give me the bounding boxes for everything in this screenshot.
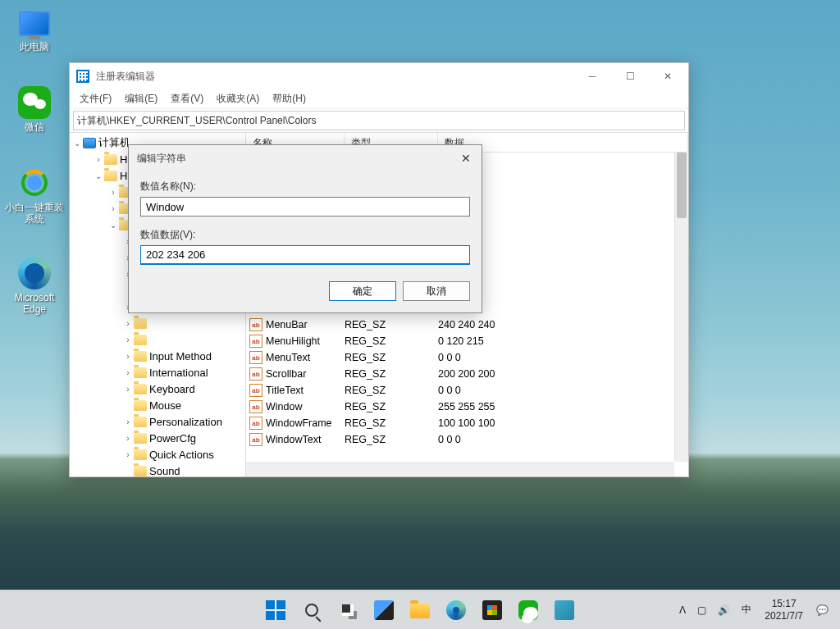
list-row[interactable]: MenuTextREG_SZ0 0 0 bbox=[246, 349, 688, 366]
edit-string-dialog: 编辑字符串 ✕ 数值名称(N): 数值数据(V): 确定 取消 bbox=[128, 144, 482, 313]
string-icon bbox=[249, 384, 262, 397]
start-button[interactable] bbox=[259, 594, 292, 627]
menu-help[interactable]: 帮助(H) bbox=[266, 90, 313, 107]
regedit-title: 注册表编辑器 bbox=[96, 70, 573, 84]
desktop-icon-wechat[interactable]: 微信 bbox=[3, 85, 66, 133]
clock[interactable]: 15:17 2021/7/7 bbox=[758, 598, 810, 622]
cancel-button[interactable]: 取消 bbox=[403, 281, 470, 301]
list-row[interactable]: TitleTextREG_SZ0 0 0 bbox=[246, 382, 688, 399]
folder-icon bbox=[134, 400, 147, 411]
folder-icon bbox=[134, 449, 147, 460]
list-row[interactable]: MenuBarREG_SZ240 240 240 bbox=[246, 317, 688, 333]
wechat-taskbar-button[interactable] bbox=[512, 594, 545, 627]
twisty-icon[interactable]: › bbox=[122, 385, 134, 394]
string-icon bbox=[249, 351, 262, 364]
twisty-icon[interactable]: › bbox=[122, 368, 134, 377]
twisty-icon[interactable]: › bbox=[122, 417, 134, 426]
search-icon bbox=[305, 604, 318, 617]
volume-icon[interactable]: 🔊 bbox=[713, 601, 735, 619]
twisty-icon[interactable]: › bbox=[93, 155, 104, 164]
folder-icon bbox=[134, 318, 147, 329]
twisty-icon[interactable]: › bbox=[107, 204, 119, 213]
desktop-icon-reinstall[interactable]: 小白一键重装 系统 bbox=[3, 166, 66, 226]
desktop-icon-edge[interactable]: Microsoft Edge bbox=[3, 256, 66, 316]
folder-icon bbox=[104, 154, 117, 165]
list-row[interactable]: MenuHilightREG_SZ0 120 215 bbox=[246, 333, 688, 349]
twisty-icon[interactable]: ⌄ bbox=[107, 221, 119, 230]
twisty-icon[interactable]: › bbox=[122, 434, 134, 443]
string-icon bbox=[249, 367, 262, 381]
wechat-icon bbox=[18, 86, 51, 119]
twisty-icon[interactable]: › bbox=[122, 450, 134, 459]
tree-item[interactable]: ›PowerCfg bbox=[71, 430, 244, 446]
menu-file[interactable]: 文件(F) bbox=[73, 90, 118, 107]
menu-view[interactable]: 查看(V) bbox=[164, 90, 210, 107]
value-name-input[interactable] bbox=[140, 197, 470, 217]
regedit-titlebar[interactable]: 注册表编辑器 ─ ☐ ✕ bbox=[70, 63, 688, 89]
menu-favorites[interactable]: 收藏夹(A) bbox=[210, 90, 266, 107]
vertical-scrollbar[interactable] bbox=[674, 153, 688, 462]
list-row[interactable]: WindowFrameREG_SZ100 100 100 bbox=[246, 415, 688, 431]
store-button[interactable] bbox=[476, 594, 509, 627]
string-icon bbox=[249, 318, 262, 331]
widgets-icon bbox=[374, 600, 394, 620]
minimize-button[interactable]: ─ bbox=[573, 63, 611, 89]
folder-icon bbox=[410, 604, 430, 618]
dialog-close-button[interactable]: ✕ bbox=[454, 146, 478, 171]
tree-item[interactable]: ›Input Method bbox=[71, 348, 244, 364]
explorer-button[interactable] bbox=[404, 594, 436, 627]
folder-icon bbox=[134, 351, 147, 362]
folder-icon bbox=[134, 367, 147, 378]
wechat-icon bbox=[518, 600, 538, 620]
dialog-titlebar[interactable]: 编辑字符串 ✕ bbox=[129, 145, 482, 171]
list-row[interactable]: WindowTextREG_SZ0 0 0 bbox=[246, 431, 688, 448]
tree-item[interactable]: ›Quick Actions bbox=[71, 446, 244, 463]
tree-item[interactable]: ›Keyboard bbox=[71, 381, 244, 397]
string-icon bbox=[249, 400, 262, 413]
tree-item[interactable]: ›International bbox=[71, 364, 244, 381]
app-button[interactable] bbox=[548, 594, 581, 627]
folder-icon bbox=[134, 384, 147, 394]
tree-item[interactable]: ›Personalization bbox=[71, 413, 244, 430]
tree-item[interactable]: Mouse bbox=[71, 397, 244, 413]
reinstall-icon bbox=[18, 166, 51, 199]
ime-indicator[interactable]: 中 bbox=[737, 599, 756, 620]
twisty-icon[interactable]: › bbox=[122, 319, 134, 328]
edge-icon bbox=[446, 600, 466, 620]
desktop-icon-this-pc[interactable]: 此电脑 bbox=[3, 5, 66, 52]
string-icon bbox=[249, 335, 262, 348]
edge-taskbar-button[interactable] bbox=[440, 594, 472, 627]
twisty-icon[interactable]: › bbox=[122, 352, 134, 361]
close-button[interactable]: ✕ bbox=[649, 63, 687, 89]
tray-chevron[interactable]: ᐱ bbox=[674, 601, 691, 619]
menu-edit[interactable]: 编辑(E) bbox=[118, 90, 164, 107]
maximize-button[interactable]: ☐ bbox=[611, 63, 649, 89]
tree-item[interactable]: Sound bbox=[71, 463, 244, 476]
widgets-button[interactable] bbox=[368, 594, 400, 627]
list-row[interactable]: ScrollbarREG_SZ200 200 200 bbox=[246, 366, 688, 382]
folder-icon bbox=[134, 466, 147, 476]
folder-icon bbox=[104, 171, 117, 181]
folder-icon bbox=[134, 335, 147, 345]
twisty-icon[interactable]: › bbox=[107, 188, 119, 197]
edge-icon bbox=[18, 257, 51, 289]
notifications-icon[interactable]: 💬 bbox=[811, 601, 833, 619]
store-icon bbox=[482, 600, 502, 620]
network-icon[interactable]: ▢ bbox=[692, 601, 711, 619]
tree-item[interactable]: › bbox=[71, 315, 244, 331]
address-bar[interactable]: 计算机\HKEY_CURRENT_USER\Control Panel\Colo… bbox=[73, 111, 685, 130]
twisty-icon[interactable]: ⌄ bbox=[93, 171, 104, 180]
ok-button[interactable]: 确定 bbox=[329, 281, 396, 301]
dialog-title-text: 编辑字符串 bbox=[137, 152, 454, 166]
taskview-button[interactable] bbox=[331, 594, 364, 627]
tree-item[interactable]: › bbox=[71, 331, 244, 348]
string-icon bbox=[249, 433, 262, 446]
twisty-icon[interactable]: ⌄ bbox=[71, 139, 83, 148]
twisty-icon[interactable]: › bbox=[122, 335, 134, 344]
search-button[interactable] bbox=[295, 594, 328, 627]
menubar: 文件(F) 编辑(E) 查看(V) 收藏夹(A) 帮助(H) bbox=[70, 89, 688, 109]
value-data-input[interactable] bbox=[140, 245, 470, 265]
folder-icon bbox=[134, 433, 147, 444]
horizontal-scrollbar[interactable] bbox=[246, 463, 674, 476]
list-row[interactable]: WindowREG_SZ255 255 255 bbox=[246, 399, 688, 415]
